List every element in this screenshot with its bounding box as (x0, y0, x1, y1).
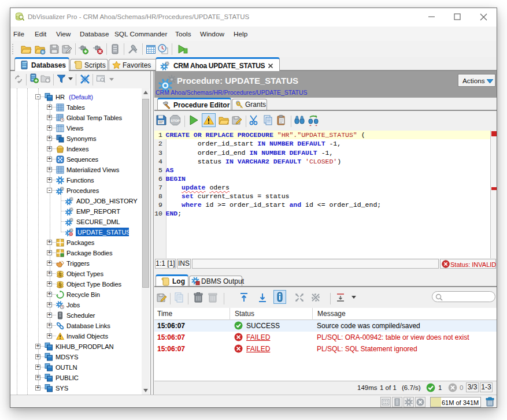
svg-text:STOP: STOP (171, 119, 180, 122)
